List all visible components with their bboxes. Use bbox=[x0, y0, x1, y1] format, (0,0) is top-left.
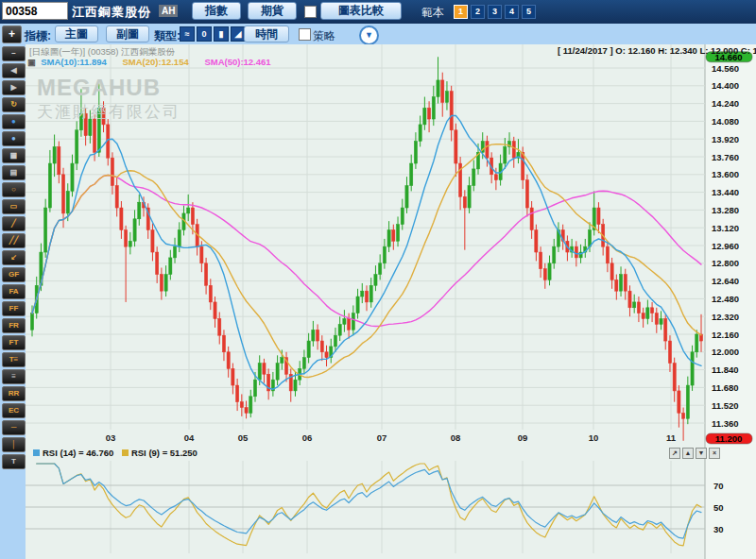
rsi-chart-canvas[interactable]: 705030 bbox=[26, 447, 756, 559]
chart-title: [日線圖(一年)] (00358) 江西銅業股份 bbox=[29, 46, 175, 57]
ohlc-chart-type-icon[interactable]: 0 bbox=[197, 26, 212, 42]
rectangle-tool-icon[interactable]: ▭ bbox=[2, 199, 26, 214]
pan-right-icon[interactable]: ▶ bbox=[2, 80, 26, 95]
svg-text:11: 11 bbox=[666, 432, 677, 443]
move-up-icon[interactable]: ▲ bbox=[682, 448, 694, 459]
ellipse-tool-icon[interactable]: ○ bbox=[2, 182, 26, 197]
stock-chart-app: 江西銅業股份 AH 指數 期貨 圖表比較 範本 12345 + 指標: 主圖 副 bbox=[0, 0, 756, 559]
strategy-label: 策略 bbox=[313, 28, 335, 44]
close-panel-icon[interactable]: × bbox=[709, 448, 720, 459]
svg-text:12.480: 12.480 bbox=[712, 294, 739, 304]
svg-text:12.320: 12.320 bbox=[712, 312, 739, 322]
index-button[interactable]: 指數 bbox=[192, 2, 241, 20]
panel-settings-icon[interactable]: ▣ bbox=[27, 58, 36, 67]
rsi-legend-row: RSI (14) = 46.760 RSI (9) = 51.250 ↗▲▼× bbox=[27, 448, 756, 460]
template-5-button[interactable]: 5 bbox=[522, 5, 536, 19]
svg-text:10: 10 bbox=[589, 432, 599, 443]
expand-panel-icon[interactable]: ↗ bbox=[669, 448, 680, 459]
rsi9-swatch bbox=[122, 449, 129, 456]
template-2-button[interactable]: 2 bbox=[471, 5, 485, 19]
ohlc-readout: [ 11/24/2017 ] O: 12.160 H: 12.340 L: 12… bbox=[558, 45, 756, 56]
chart-header-row: [日線圖(一年)] (00358) 江西銅業股份 [ 11/24/2017 ] … bbox=[26, 45, 756, 57]
svg-text:11.680: 11.680 bbox=[712, 382, 739, 393]
print-icon[interactable]: ▤ bbox=[2, 165, 26, 180]
svg-text:11.520: 11.520 bbox=[712, 400, 739, 411]
move-down-icon[interactable]: ▼ bbox=[696, 448, 707, 459]
svg-text:04: 04 bbox=[184, 432, 195, 443]
template-3-button[interactable]: 3 bbox=[488, 5, 502, 19]
trendline-tool-icon[interactable]: ╱ bbox=[2, 216, 26, 231]
arrow-tool-icon[interactable]: ↙ bbox=[2, 250, 26, 265]
text-tool-icon[interactable]: T bbox=[2, 454, 26, 469]
capsule-blue-icon[interactable]: ● bbox=[2, 114, 26, 129]
horizontal-line-tool-icon[interactable]: ─ bbox=[2, 420, 26, 435]
futures-button[interactable]: 期貨 bbox=[248, 2, 297, 20]
svg-text:70: 70 bbox=[713, 481, 724, 491]
svg-text:13.600: 13.600 bbox=[712, 169, 739, 179]
grid-lines-tool-icon[interactable]: ≡ bbox=[2, 369, 26, 384]
save-icon[interactable]: ▦ bbox=[2, 148, 26, 163]
vertical-line-tool-icon[interactable]: │ bbox=[2, 437, 26, 452]
svg-text:14.400: 14.400 bbox=[712, 80, 739, 91]
rsi-panel: 705030 RSI (14) = 46.760 RSI (9) = 51.25… bbox=[26, 447, 756, 559]
top-toolbar: 江西銅業股份 AH 指數 期貨 圖表比較 範本 12345 bbox=[0, 0, 756, 24]
svg-text:07: 07 bbox=[377, 432, 387, 443]
sub-chart-button[interactable]: 副圖 bbox=[106, 25, 149, 42]
template-1-button[interactable]: 1 bbox=[454, 5, 468, 19]
template-4-button[interactable]: 4 bbox=[505, 5, 519, 19]
indicator-label: 指標: bbox=[25, 28, 51, 44]
fib-retracement-tool-icon[interactable]: FR bbox=[2, 318, 26, 333]
chart-compare-button[interactable]: 圖表比較 bbox=[320, 2, 402, 20]
svg-text:14.560: 14.560 bbox=[712, 63, 739, 74]
fib-timezone-tool-icon[interactable]: FT bbox=[2, 335, 26, 350]
strategy-checkbox[interactable] bbox=[299, 28, 311, 41]
svg-text:11.200: 11.200 bbox=[715, 433, 743, 444]
fib-fan-tool-icon[interactable]: FF bbox=[2, 301, 26, 316]
chevron-down-icon: ▼ bbox=[365, 30, 373, 40]
time-lines-tool-icon[interactable]: T≡ bbox=[2, 352, 26, 367]
svg-text:12.800: 12.800 bbox=[712, 258, 739, 268]
svg-text:14.080: 14.080 bbox=[712, 116, 739, 127]
rsi-panel-controls: ↗▲▼× bbox=[669, 448, 720, 459]
svg-text:13.440: 13.440 bbox=[712, 187, 739, 197]
template-label: 範本 bbox=[421, 5, 444, 21]
parallel-lines-tool-icon[interactable]: ╱╱ bbox=[2, 233, 26, 248]
svg-text:13.920: 13.920 bbox=[712, 134, 739, 144]
pan-left-icon[interactable]: ◀ bbox=[2, 63, 26, 78]
svg-text:03: 03 bbox=[106, 432, 116, 443]
dropdown-button[interactable]: ▼ bbox=[359, 25, 379, 45]
svg-text:11.360: 11.360 bbox=[712, 418, 739, 429]
add-indicator-button[interactable]: + bbox=[2, 25, 22, 43]
ec-tool-icon[interactable]: EC bbox=[2, 403, 26, 418]
svg-text:30: 30 bbox=[713, 524, 724, 534]
fib-arcs-tool-icon[interactable]: FA bbox=[2, 284, 26, 299]
price-chart-canvas[interactable]: 14.56014.40014.24014.08013.92013.76013.6… bbox=[26, 44, 756, 447]
svg-text:12.640: 12.640 bbox=[712, 276, 739, 286]
svg-text:13.760: 13.760 bbox=[712, 152, 739, 162]
chart-type-icon-group: ≈0▮◢ bbox=[180, 26, 246, 42]
svg-text:50: 50 bbox=[713, 502, 724, 513]
line-chart-type-icon[interactable]: ≈ bbox=[180, 26, 195, 42]
sma-legend-row: ▣ SMA(10):11.894 SMA(20):12.154 SMA(50):… bbox=[27, 57, 271, 68]
symbol-input[interactable] bbox=[2, 2, 68, 20]
time-button[interactable]: 時間 bbox=[244, 25, 289, 42]
indicator-toolbar: + 指標: 主圖 副圖 類型: ≈0▮◢ 時間 策略 ▼ bbox=[0, 24, 756, 44]
svg-text:08: 08 bbox=[451, 432, 461, 443]
rr-tool-icon[interactable]: RR bbox=[2, 386, 26, 401]
stock-name: 江西銅業股份 bbox=[72, 4, 151, 21]
svg-text:06: 06 bbox=[302, 432, 313, 443]
svg-text:12.960: 12.960 bbox=[712, 241, 739, 251]
svg-text:12.160: 12.160 bbox=[712, 330, 739, 340]
compare-checkbox[interactable] bbox=[304, 6, 317, 18]
capsule-light-icon[interactable]: ● bbox=[2, 131, 26, 146]
type-label: 類型: bbox=[154, 28, 180, 44]
svg-text:09: 09 bbox=[518, 432, 528, 443]
svg-text:05: 05 bbox=[238, 432, 249, 443]
main-chart-button[interactable]: 主圖 bbox=[55, 25, 98, 42]
price-chart-panel: 14.56014.40014.24014.08013.92013.76013.6… bbox=[26, 44, 756, 447]
candle-chart-type-icon[interactable]: ▮ bbox=[214, 26, 229, 42]
drawing-tools-sidebar: −◀▶↻●●▦▤○▭╱╱╱↙GFFAFFFRFTT≡≡RREC─│T bbox=[0, 44, 26, 559]
gann-fan-tool-icon[interactable]: GF bbox=[2, 267, 26, 282]
collapse-icon[interactable]: − bbox=[2, 46, 26, 61]
refresh-icon[interactable]: ↻ bbox=[2, 97, 26, 112]
